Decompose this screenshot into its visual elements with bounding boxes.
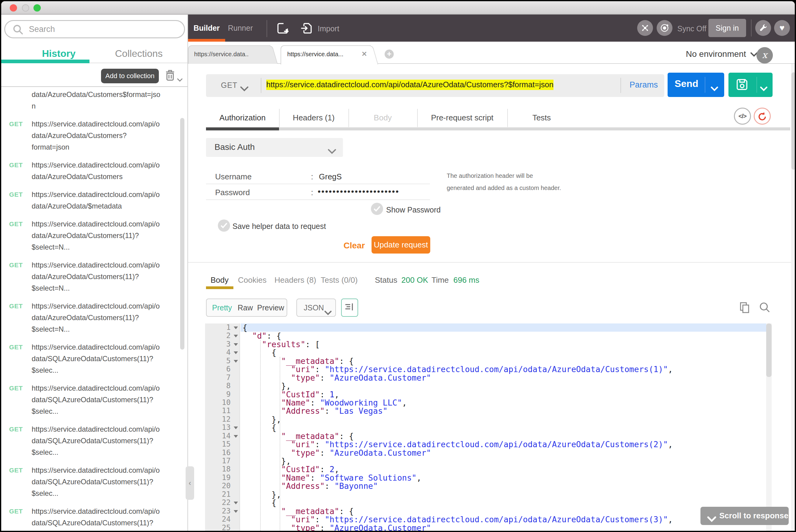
history-item[interactable]: GEThttps://service.datadirectcloud.com/a… (1, 218, 187, 259)
nav-tab-runner[interactable]: Runner (225, 15, 256, 42)
tab-history[interactable]: History (42, 48, 75, 59)
code-line: 12 }, (205, 415, 772, 423)
sign-in-button[interactable]: Sign in (708, 19, 746, 37)
view-preview[interactable]: Preview (257, 303, 284, 312)
history-tab-underline (1, 60, 89, 63)
history-item[interactable]: GEThttps://service.datadirectcloud.com/a… (1, 464, 187, 506)
sidebar-scrollbar[interactable] (180, 118, 184, 349)
method-selector[interactable]: GET (221, 81, 237, 90)
minimize-window-button[interactable] (22, 4, 29, 12)
response-tab-cookies[interactable]: Cookies (238, 276, 267, 285)
fold-arrow-icon[interactable] (234, 343, 238, 346)
add-to-collection-tooltip: Add to collection (101, 69, 159, 83)
username-value[interactable]: GregS (319, 172, 342, 182)
method-chevron-icon[interactable] (240, 83, 249, 94)
save-helper-checkbox[interactable] (218, 220, 230, 232)
reset-button[interactable] (754, 108, 771, 125)
show-password-checkbox[interactable] (371, 203, 383, 215)
tab-body[interactable]: Body (348, 113, 417, 122)
favorites-heart-icon[interactable]: ♥ (774, 20, 790, 36)
history-item[interactable]: GEThttps://service.datadirectcloud.com/a… (1, 259, 187, 300)
proxy-icon[interactable] (637, 20, 653, 36)
response-tab-tests[interactable]: Tests (0/0) (321, 276, 358, 285)
fold-arrow-icon[interactable] (234, 335, 238, 338)
indent-format-button[interactable] (341, 299, 358, 317)
search-input[interactable]: Search (4, 20, 185, 38)
history-item[interactable]: GEThttps://service.datadirectcloud.com/a… (1, 382, 187, 423)
send-options-chevron-icon[interactable] (711, 82, 718, 94)
response-tab-headers[interactable]: Headers (8) (274, 276, 316, 285)
fold-arrow-icon[interactable] (234, 510, 238, 513)
method-badge: GET (9, 162, 23, 169)
search-response-icon[interactable] (759, 302, 771, 316)
tab-collections[interactable]: Collections (115, 48, 163, 59)
maximize-window-button[interactable] (34, 4, 41, 12)
tab-authorization[interactable]: Authorization (206, 113, 279, 122)
fold-arrow-icon[interactable] (234, 426, 238, 429)
code-line: 1{ (205, 323, 772, 332)
copy-response-icon[interactable] (739, 302, 750, 316)
request-tab-inactive[interactable]: https://service.data.. (188, 45, 270, 64)
close-window-button[interactable] (10, 4, 17, 12)
tab-tests[interactable]: Tests (507, 113, 576, 122)
code-line: 13 { (205, 423, 772, 432)
history-item[interactable]: GEThttps://service.datadirectcloud.com/a… (1, 506, 187, 531)
history-item[interactable]: data/AzureOdata/Customers$format=json (1, 89, 187, 118)
code-line: 5 "__metadata": { (205, 357, 772, 365)
password-value[interactable]: •••••••••••••••••••••• (318, 187, 399, 196)
fold-arrow-icon[interactable] (234, 501, 238, 504)
trash-menu-chevron-icon[interactable] (177, 73, 183, 84)
scroll-to-response-button[interactable]: Scroll to response (701, 507, 789, 525)
password-label: Password (215, 188, 250, 197)
sidebar-collapse-handle[interactable]: ‹ (186, 466, 194, 500)
save-floppy-icon (735, 77, 749, 92)
fold-arrow-icon[interactable] (234, 326, 238, 329)
fold-arrow-icon[interactable] (234, 435, 238, 438)
url-input-box[interactable]: GET https://service.datadirectcloud.com/… (206, 74, 664, 97)
scroll-down-chevron-icon (707, 513, 716, 525)
response-body-code[interactable]: 1{2 "d": {3 "results": [4 {5 "__metadata… (205, 323, 772, 532)
generate-code-button[interactable]: </> (734, 108, 751, 125)
request-tab-active[interactable]: https://service.data... ✕ (281, 45, 370, 64)
code-scrollbar-thumb[interactable] (766, 323, 772, 377)
fold-arrow-icon[interactable] (234, 360, 238, 363)
main-scrollbar-thumb[interactable] (792, 72, 796, 170)
view-pretty[interactable]: Pretty (212, 303, 232, 312)
import-label[interactable]: Import (318, 24, 339, 33)
params-button[interactable]: Params (630, 80, 658, 90)
new-tab-icon[interactable] (276, 22, 289, 37)
view-raw[interactable]: Raw (238, 303, 253, 312)
new-request-tab-button[interactable]: + (385, 50, 394, 59)
environment-selector[interactable]: No environment (686, 49, 758, 59)
import-icon[interactable] (300, 22, 313, 37)
response-tab-body[interactable]: Body (211, 276, 229, 285)
tab-headers[interactable]: Headers (1) (279, 113, 348, 122)
history-item[interactable]: GEThttps://service.datadirectcloud.com/a… (1, 118, 187, 159)
history-item[interactable]: GEThttps://service.datadirectcloud.com/a… (1, 300, 187, 341)
update-request-button[interactable]: Update request (372, 236, 430, 253)
save-button[interactable] (728, 73, 773, 97)
environment-quicklook-icon[interactable]: x (757, 47, 773, 63)
history-item[interactable]: GEThttps://service.datadirectcloud.com/a… (1, 423, 187, 464)
history-item[interactable]: GEThttps://service.datadirectcloud.com/a… (1, 341, 187, 382)
trash-icon[interactable] (165, 69, 175, 83)
sync-icon[interactable] (657, 20, 672, 36)
send-button[interactable]: Send (668, 73, 724, 97)
code-line: 15 "uri": "https://service.datadirectclo… (205, 440, 772, 449)
save-options-chevron-icon[interactable] (760, 82, 767, 94)
history-item[interactable]: GEThttps://service.datadirectcloud.com/a… (1, 189, 187, 218)
format-selector[interactable]: JSON (296, 299, 336, 317)
auth-type-selector[interactable]: Basic Auth (206, 138, 343, 157)
history-item[interactable]: GEThttps://service.datadirectcloud.com/a… (1, 159, 187, 189)
settings-wrench-icon[interactable] (755, 20, 771, 36)
code-line: 20 "Address": "Bayonne" (205, 482, 772, 490)
close-tab-icon[interactable]: ✕ (361, 50, 367, 58)
fold-arrow-icon[interactable] (234, 352, 238, 354)
clear-button[interactable]: Clear (344, 241, 365, 250)
url-input[interactable]: https://service.datadirectcloud.com/api/… (266, 80, 554, 89)
method-badge: GET (9, 343, 23, 351)
tab-pre-request-script[interactable]: Pre-request script (417, 113, 507, 122)
code-line: 7 "type": "AzureOdata.Customer" (205, 374, 772, 382)
code-line: 16 "type": "AzureOdata.Customer" (205, 449, 772, 457)
nav-tab-builder[interactable]: Builder (188, 15, 225, 42)
